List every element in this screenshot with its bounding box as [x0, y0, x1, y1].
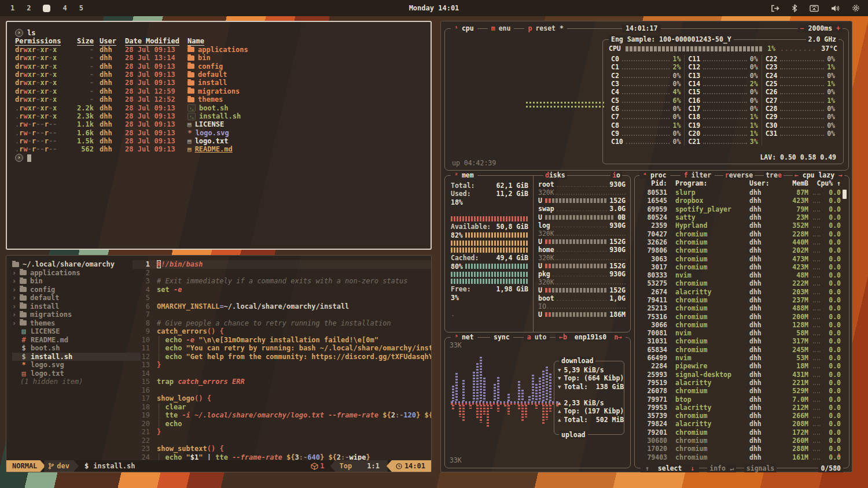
process-row[interactable]: 75316 chromium dhh 200M 0.0: [641, 312, 841, 320]
code-line[interactable]: 21 }: [133, 428, 431, 437]
process-row[interactable]: 2284 pipewire dhh 18M 0.0: [641, 362, 841, 370]
code-line[interactable]: 6 OMARCHY_INSTALL=~/.local/share/omarchy…: [133, 302, 431, 311]
process-row[interactable]: 79519 alacritty dhh 221M 0.0: [641, 379, 841, 387]
code-line[interactable]: 22: [133, 437, 431, 445]
process-row[interactable]: 69959 spotify_player dhh 79M 0.0: [641, 205, 841, 213]
process-row[interactable]: 65834 chromium dhh 245M 0.0: [641, 346, 841, 354]
process-row[interactable]: 2674 alacritty dhh 203M 0.0: [641, 288, 841, 296]
tree-dir-item[interactable]: install: [12, 302, 133, 311]
code-line[interactable]: 4 set -e: [133, 286, 431, 294]
process-row[interactable]: 70081 nvim dhh 58M 0.0: [641, 329, 841, 337]
proc-select-hint[interactable]: ↑ select ↓: [641, 464, 699, 472]
bluetooth-icon[interactable]: [792, 4, 797, 12]
logout-icon[interactable]: [771, 5, 779, 12]
editor-window[interactable]: ~/.local/share/omarchy applications bin: [6, 255, 432, 472]
process-row[interactable]: 79971 btop dhh 7.0M 0.0: [641, 395, 841, 403]
code-line[interactable]: 3 # Exit immediately if a command exits …: [133, 277, 431, 286]
tree-root[interactable]: ~/.local/share/omarchy: [12, 260, 133, 269]
process-row[interactable]: 35739 chromium dhh 266M 0.0: [641, 412, 841, 420]
tree-file-item[interactable]: # README.md: [12, 336, 133, 345]
code-line[interactable]: 9 catch_errors() {: [133, 327, 431, 336]
tab-disks[interactable]: disks: [543, 171, 567, 179]
refresh-interval-control[interactable]: − 2000ms +: [798, 24, 843, 32]
net-auto-toggle[interactable]: auto: [524, 333, 550, 341]
code-line[interactable]: 23 show_subtext() {: [133, 445, 431, 453]
process-row[interactable]: 53275 chromium dhh 222M 0.0: [641, 279, 841, 287]
tree-dir-item[interactable]: migrations: [12, 310, 133, 319]
preset-button[interactable]: preset *: [524, 24, 567, 32]
tree-dir-item[interactable]: bin: [12, 277, 133, 286]
code-line[interactable]: 19 │ tte -i ~/.local/share/omarchy/logo.…: [133, 411, 431, 420]
tree-file-item[interactable]: $ boot.sh: [12, 344, 133, 353]
net-interface-switcher[interactable]: ←b enp191s0 n→: [556, 333, 626, 341]
code-line[interactable]: 2: [133, 269, 431, 278]
code-line[interactable]: 14: [133, 369, 431, 378]
proc-reverse-toggle[interactable]: reverse: [723, 171, 755, 179]
process-row[interactable]: 2359 Hyprland dhh 352M 0.0: [641, 221, 841, 230]
code-editor[interactable]: 1 #!/bin/bash 2 3 # Exit immediately if …: [133, 256, 431, 460]
process-row[interactable]: 3063 chromium dhh 473M 0.0: [641, 254, 841, 263]
process-row[interactable]: 66499 nvim dhh 53M 0.0: [641, 354, 841, 362]
process-row[interactable]: 70427 chromium dhh 228M 0.0: [641, 230, 841, 238]
process-scrollbar-thumb[interactable]: [843, 190, 847, 199]
code-line[interactable]: 24 │ echo "$1" | tte --frame-rate ${3:-6…: [133, 453, 431, 461]
screencast-icon[interactable]: [810, 5, 819, 12]
tree-dir-item[interactable]: themes: [12, 319, 133, 328]
settings-icon[interactable]: [852, 4, 860, 12]
tab-cpu[interactable]: ¹cpu: [451, 24, 477, 32]
tree-file-item[interactable]: ▤ LICENSE: [12, 327, 133, 336]
code-line[interactable]: 7: [133, 310, 431, 319]
process-row[interactable]: 79824 alacritty dhh 208M 0.0: [641, 420, 841, 428]
proc-tree-toggle[interactable]: tree: [764, 171, 784, 179]
code-line[interactable]: 18 │ clear: [133, 403, 431, 412]
code-line[interactable]: 20 │ echo: [133, 420, 431, 428]
code-line[interactable]: 13 }: [133, 361, 431, 369]
process-row[interactable]: 25993 signal-desktop dhh 431M 0.0: [641, 371, 841, 379]
process-row[interactable]: 31031 chromium dhh 317M 0.0: [641, 337, 841, 345]
process-row[interactable]: 79953 alacritty dhh 212M 0.0: [641, 404, 841, 412]
tree-file-item[interactable]: ▤ logo.txt: [12, 369, 133, 378]
tree-dir-item[interactable]: config: [12, 286, 133, 294]
process-row[interactable]: 79403 chromium dhh 161M 0.0: [641, 453, 841, 461]
process-row[interactable]: 26078 chromium dhh 529M 0.0: [641, 387, 841, 395]
prompt-line[interactable]: [15, 154, 422, 162]
menu-button[interactable]: menu: [488, 24, 514, 32]
tree-dir-item[interactable]: applications: [12, 269, 133, 278]
process-row[interactable]: 32626 chromium dhh 440M 0.0: [641, 238, 841, 246]
code-line[interactable]: 10 │ echo -e "\n\e[31mOmarchy installati…: [133, 336, 431, 345]
tree-dir-item[interactable]: default: [12, 294, 133, 302]
process-row[interactable]: 80531 slurp dhh 87M 0.0: [641, 188, 841, 197]
process-row[interactable]: 17020 chromium dhh 288M 0.0: [641, 445, 841, 453]
code-line[interactable]: 15 trap catch_errors ERR: [133, 378, 431, 386]
code-line[interactable]: 5: [133, 294, 431, 302]
process-row[interactable]: 30680 chromium dhh 260M 0.0: [641, 437, 841, 445]
process-row[interactable]: 80333 nvim dhh 48M 0.0: [641, 271, 841, 279]
proc-signals-hint[interactable]: signals: [744, 464, 777, 472]
process-row[interactable]: 25213 chromium dhh 488M 0.0: [641, 304, 841, 312]
code-line[interactable]: 16: [133, 386, 431, 395]
process-row[interactable]: 80524 satty dhh 23M 0.0: [641, 213, 841, 221]
code-line[interactable]: 17 show_logo() {: [133, 394, 431, 403]
process-row[interactable]: 3066 chromium dhh 128M 0.0: [641, 321, 841, 329]
tree-file-item[interactable]: * logo.svg: [12, 361, 133, 369]
code-line[interactable]: 8 # Give people a chance to retry runnin…: [133, 319, 431, 328]
terminal-window[interactable]: ls Permissions Size User Date Modified N…: [6, 21, 432, 250]
tree-file-item[interactable]: $ install.sh: [12, 353, 141, 361]
tab-io[interactable]: io: [610, 171, 622, 179]
process-row[interactable]: 79201 chromium dhh 172M 0.0: [641, 428, 841, 437]
process-row[interactable]: 16545 dropbox dhh 423M 0.0: [641, 197, 841, 205]
net-sync-toggle[interactable]: sync: [490, 333, 513, 341]
proc-info-hint[interactable]: info ↵: [707, 464, 736, 472]
tab-proc[interactable]: ⁴proc: [639, 171, 670, 179]
proc-sort-switcher[interactable]: ← cpu lazy →: [793, 171, 844, 179]
process-row[interactable]: 3017 chromium dhh 423M 0.0: [641, 263, 841, 271]
system-monitor-window[interactable]: ¹cpu menu preset * 14:01:17 − 2000ms + u…: [440, 21, 852, 472]
process-row[interactable]: 79411 chromium dhh 237M 0.0: [641, 296, 841, 304]
code-line[interactable]: 12 │ echo "Get help from the community: …: [133, 353, 431, 361]
code-line[interactable]: 11 │ echo "You can retry by running: bas…: [133, 344, 431, 353]
proc-filter-button[interactable]: filter: [681, 171, 715, 179]
volume-icon[interactable]: [831, 5, 840, 12]
tab-mem[interactable]: ²mem: [451, 171, 477, 179]
process-row[interactable]: 79806 chromium dhh 202M 0.0: [641, 246, 841, 254]
tab-net[interactable]: ³net: [451, 333, 477, 341]
